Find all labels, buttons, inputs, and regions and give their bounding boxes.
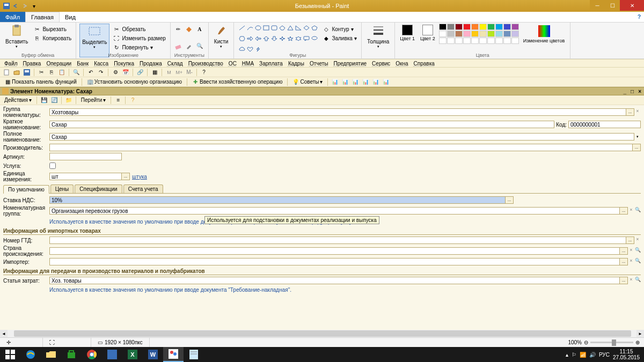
store-icon[interactable] bbox=[61, 347, 82, 362]
link-icon[interactable]: 🔗 bbox=[136, 68, 144, 77]
redo-icon[interactable]: ↷ bbox=[97, 68, 105, 77]
table-icon[interactable]: ▦ bbox=[150, 68, 159, 77]
manufacturer-field[interactable] bbox=[49, 144, 633, 151]
eraser-tool[interactable] bbox=[174, 42, 182, 50]
ie-icon[interactable] bbox=[20, 347, 41, 362]
lang-indicator[interactable]: РУС bbox=[599, 352, 610, 358]
save-form-icon[interactable]: 💾 bbox=[40, 96, 48, 105]
text-tool[interactable]: A bbox=[195, 25, 204, 33]
mminus-icon[interactable]: M- bbox=[185, 68, 194, 77]
paint-task-icon[interactable] bbox=[163, 347, 184, 362]
country-ellipsis[interactable]: ... bbox=[619, 247, 628, 255]
crop-button[interactable]: ✂Обрезать bbox=[112, 25, 166, 33]
color-swatch[interactable] bbox=[471, 38, 479, 44]
menu-продажа[interactable]: Продажа bbox=[137, 60, 164, 67]
scroll-right-icon[interactable]: ► bbox=[636, 330, 644, 337]
menu-касса[interactable]: Касса bbox=[92, 60, 111, 67]
shape-star5[interactable] bbox=[287, 35, 294, 42]
save-icon[interactable] bbox=[2, 2, 11, 10]
tray-up-icon[interactable]: ▴ bbox=[566, 352, 568, 358]
shape-star4[interactable] bbox=[279, 35, 286, 42]
color-swatch[interactable] bbox=[447, 31, 455, 37]
paste-icon[interactable]: 📋 bbox=[57, 68, 66, 77]
shape-callout[interactable] bbox=[303, 35, 310, 42]
goto-dropdown[interactable]: Перейти▾ bbox=[79, 97, 108, 104]
resize-button[interactable]: ⛶Изменить размер bbox=[112, 34, 166, 42]
m-icon[interactable]: M bbox=[165, 68, 173, 77]
chrome-icon[interactable] bbox=[82, 347, 102, 362]
fill-tool[interactable] bbox=[185, 25, 193, 33]
show-panel-button[interactable]: ▦Показать панель функций bbox=[2, 78, 79, 86]
cost-open[interactable]: 🔍 bbox=[634, 277, 641, 284]
rotate-button[interactable]: ↻Повернуть▾ bbox=[112, 43, 166, 51]
notepad-icon[interactable] bbox=[184, 347, 204, 362]
menu-нма[interactable]: НМА bbox=[240, 60, 256, 67]
calc-icon[interactable]: 📅 bbox=[121, 68, 130, 77]
color-swatch[interactable] bbox=[503, 24, 511, 30]
color-swatch[interactable] bbox=[487, 38, 495, 44]
vat-field[interactable] bbox=[49, 196, 506, 204]
shape-pentagon[interactable] bbox=[311, 25, 318, 31]
shape-star6[interactable] bbox=[295, 35, 302, 42]
menu-правка[interactable]: Правка bbox=[21, 60, 43, 67]
new-doc-icon[interactable] bbox=[2, 68, 11, 77]
color-swatch[interactable] bbox=[463, 24, 471, 30]
shape-arrow-u[interactable] bbox=[262, 35, 270, 42]
vat-ellipsis[interactable]: ... bbox=[505, 196, 514, 204]
color-swatch[interactable] bbox=[511, 24, 519, 30]
report2-icon[interactable]: 📊 bbox=[341, 78, 349, 86]
country-field[interactable] bbox=[49, 247, 620, 255]
importer-clear[interactable]: × bbox=[628, 258, 634, 265]
service-checkbox[interactable] bbox=[49, 162, 56, 169]
save-icon[interactable] bbox=[23, 68, 31, 77]
color-swatch[interactable] bbox=[471, 24, 479, 30]
shape-hexagon[interactable] bbox=[238, 35, 246, 42]
nomgroup-ellipsis[interactable]: ... bbox=[619, 207, 628, 215]
cut-button[interactable]: ✂Вырезать bbox=[32, 25, 72, 33]
group-ellipsis[interactable]: ... bbox=[626, 108, 634, 116]
close-button[interactable]: ✕ bbox=[620, 0, 644, 11]
pencil-tool[interactable]: ✏ bbox=[174, 25, 182, 33]
mplus-icon[interactable]: M+ bbox=[175, 68, 184, 77]
color-swatch[interactable] bbox=[439, 31, 447, 37]
menu-зарплата[interactable]: Зарплата bbox=[257, 60, 285, 67]
clock[interactable]: 11:15 27.05.2015 bbox=[613, 349, 640, 360]
color-swatch[interactable] bbox=[463, 38, 471, 44]
importer-field[interactable] bbox=[49, 258, 620, 265]
shape-lightning[interactable] bbox=[254, 46, 262, 53]
tab-home[interactable]: Главная bbox=[25, 12, 60, 22]
menu-отчеты[interactable]: Отчеты bbox=[308, 60, 331, 67]
shape-cloud[interactable] bbox=[238, 46, 246, 53]
qat-dropdown-icon[interactable]: ▾ bbox=[30, 2, 38, 10]
excel-icon[interactable]: X bbox=[122, 347, 143, 362]
unit-link[interactable]: штука bbox=[132, 174, 147, 180]
form-tab-3[interactable]: Счета учета bbox=[123, 184, 163, 193]
shape-rtriangle[interactable] bbox=[295, 25, 302, 31]
menu-сервис[interactable]: Сервис bbox=[370, 60, 392, 67]
brushes-button[interactable]: Кисти ▾ bbox=[212, 24, 231, 57]
form-tab-0[interactable]: По умолчанию bbox=[3, 185, 49, 194]
tool-icon[interactable]: ⚙ bbox=[111, 68, 120, 77]
zoom-in-button[interactable]: ⊕ bbox=[635, 339, 640, 345]
help-icon[interactable]: ? bbox=[638, 12, 641, 22]
gtd-ellipsis[interactable]: ... bbox=[626, 237, 634, 244]
shape-triangle[interactable] bbox=[287, 25, 294, 31]
scroll-thumb[interactable] bbox=[14, 330, 631, 337]
find-icon[interactable]: 🔍 bbox=[72, 68, 80, 77]
color-swatch[interactable] bbox=[495, 38, 503, 44]
shape-rect[interactable] bbox=[262, 25, 270, 31]
app1-icon[interactable] bbox=[102, 347, 122, 362]
report3-icon[interactable]: 📊 bbox=[351, 78, 360, 86]
color-swatch[interactable] bbox=[503, 38, 511, 44]
manufacturer-ellipsis[interactable]: ... bbox=[632, 144, 641, 151]
shape-roundrect[interactable] bbox=[270, 25, 278, 31]
copy-icon[interactable]: ⎘ bbox=[47, 68, 56, 77]
minimize-button[interactable]: ─ bbox=[590, 0, 605, 11]
actions-dropdown[interactable]: Действия▾ bbox=[2, 97, 34, 104]
cost-clear[interactable]: × bbox=[628, 277, 634, 284]
menu-ос[interactable]: ОС bbox=[226, 60, 239, 67]
flag-icon[interactable]: ⚐ bbox=[572, 352, 576, 358]
color-swatch[interactable] bbox=[487, 24, 495, 30]
color-swatch[interactable] bbox=[463, 31, 471, 37]
cost-ellipsis[interactable]: ... bbox=[619, 277, 628, 284]
